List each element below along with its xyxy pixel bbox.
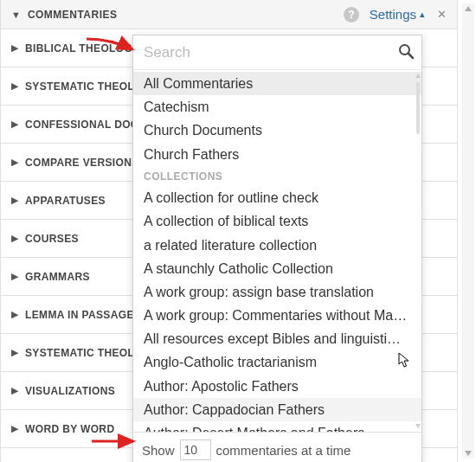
page-title: COMMENTARIES xyxy=(28,9,344,21)
chevron-right-icon: ▶ xyxy=(11,119,18,130)
list-item[interactable]: Author: Apostolic Fathers xyxy=(133,375,421,398)
sidebar-label: COURSES xyxy=(25,233,79,245)
chevron-right-icon: ▶ xyxy=(11,423,18,434)
list-item[interactable]: Anglo-Catholic tractarianism xyxy=(133,350,421,374)
search-icon[interactable] xyxy=(397,42,415,63)
help-icon[interactable]: ? xyxy=(344,7,359,22)
sidebar-label: APPARATUSES xyxy=(25,195,106,207)
chevron-right-icon: ▶ xyxy=(11,271,18,282)
filter-dropdown: All Commentaries Catechism Church Docume… xyxy=(132,35,422,462)
scroll-down-icon[interactable] xyxy=(465,451,472,456)
list-item[interactable]: A collection of biblical texts xyxy=(133,209,421,233)
outer-scrollbar[interactable] xyxy=(462,3,474,459)
list-section-header: COLLECTIONS xyxy=(133,166,421,186)
chevron-right-icon: ▶ xyxy=(11,42,18,54)
scroll-thumb[interactable] xyxy=(416,82,420,134)
chevron-right-icon: ▶ xyxy=(11,157,18,168)
caret-up-icon: ▴ xyxy=(420,9,425,20)
scroll-up-icon[interactable] xyxy=(465,6,472,11)
chevron-right-icon: ▶ xyxy=(11,80,18,92)
close-icon[interactable]: ✕ xyxy=(434,8,450,21)
dropdown-list: All Commentaries Catechism Church Docume… xyxy=(133,70,421,432)
svg-line-1 xyxy=(408,54,413,58)
list-item[interactable]: Author: Desert Mothers and Fathers xyxy=(133,421,421,432)
list-item[interactable]: A collection for outline check xyxy=(133,186,421,209)
list-item[interactable]: All Commentaries xyxy=(133,72,421,95)
footer-suffix: commentaries at a time xyxy=(216,443,351,458)
list-item[interactable]: A work group: Commentaries without Mark… xyxy=(133,304,421,327)
chevron-right-icon: ▶ xyxy=(11,233,18,244)
list-item[interactable]: Author: Cappadocian Fathers xyxy=(133,398,421,421)
sidebar-label: LEMMA IN PASSAGE xyxy=(25,309,134,321)
show-count-input[interactable] xyxy=(180,440,211,460)
scroll-down-icon[interactable] xyxy=(415,424,421,428)
list-scrollbar[interactable] xyxy=(415,74,421,428)
settings-label: Settings xyxy=(370,7,416,22)
annotation-arrow-icon xyxy=(90,433,140,450)
list-item[interactable]: All resources except Bibles and linguist… xyxy=(133,327,421,350)
search-input[interactable] xyxy=(144,44,397,61)
list-item[interactable]: A work group: assign base translation xyxy=(133,280,421,304)
chevron-right-icon: ▶ xyxy=(11,309,18,320)
chevron-down-icon[interactable]: ▼ xyxy=(11,10,21,20)
settings-button[interactable]: Settings ▴ xyxy=(370,7,425,22)
sidebar-label: COMPARE VERSIONS xyxy=(25,157,139,169)
annotation-arrow-icon xyxy=(85,35,138,60)
chevron-right-icon: ▶ xyxy=(11,347,18,358)
sidebar-label: VISUALIZATIONS xyxy=(25,385,115,397)
list-item[interactable]: Church Documents xyxy=(133,119,421,142)
chevron-right-icon: ▶ xyxy=(11,195,18,206)
list-item[interactable]: a related literature collection xyxy=(133,234,421,257)
chevron-right-icon: ▶ xyxy=(11,385,18,396)
dropdown-footer: Show commentaries at a time xyxy=(133,432,421,462)
sidebar-label: GRAMMARS xyxy=(25,271,90,283)
list-item[interactable]: Church Fathers xyxy=(133,143,421,166)
scroll-up-icon[interactable] xyxy=(415,74,421,78)
list-item[interactable]: Catechism xyxy=(133,95,421,119)
footer-prefix: Show xyxy=(142,443,175,458)
list-item[interactable]: A staunchly Catholic Collection xyxy=(133,257,421,280)
